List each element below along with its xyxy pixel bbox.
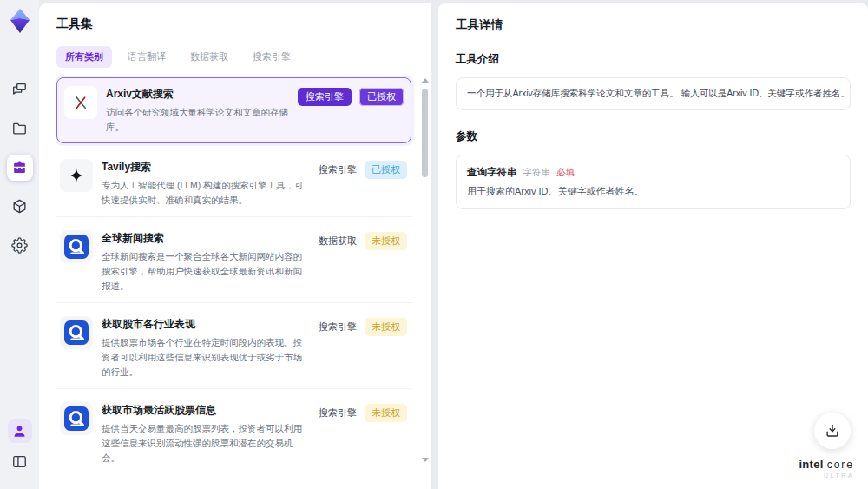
qsearch-icon <box>60 316 93 349</box>
brand-intel: intel <box>799 458 823 471</box>
toolbox-icon <box>11 159 28 175</box>
tool-name: 获取市场最活跃股票信息 <box>102 403 310 418</box>
tool-category-label: 数据获取 <box>319 232 357 250</box>
folder-icon <box>11 120 28 136</box>
brand-core: core <box>827 459 854 471</box>
sidebar-item-gear[interactable] <box>7 233 33 259</box>
tool-description: 访问各个研究领域大量科学论文和文章的存储库。 <box>106 105 289 135</box>
download-button[interactable] <box>814 413 851 449</box>
qsearch-icon <box>60 230 93 263</box>
param-type: 字符串 <box>523 167 551 179</box>
tool-name: 全球新闻搜索 <box>102 231 310 246</box>
tab-label: 搜索引擎 <box>253 51 291 62</box>
tool-description: 专为人工智能代理 (LLM) 构建的搜索引擎工具，可快速提供实时、准确和真实的结… <box>102 178 310 208</box>
param-item: 查询字符串 字符串 必填 用于搜索的Arxiv ID、关键字或作者姓名。 <box>467 166 839 198</box>
tool-name: 获取股市各行业表现 <box>102 317 310 332</box>
gem-logo-icon <box>6 7 34 35</box>
param-required-badge: 必填 <box>556 167 575 179</box>
tab-2[interactable]: 数据获取 <box>181 46 237 68</box>
brand-ultra: ULTRA <box>799 472 854 479</box>
panel-toggle-icon <box>11 453 28 470</box>
params-heading: 参数 <box>456 129 851 144</box>
rail-bottom <box>7 416 33 489</box>
param-name: 查询字符串 <box>467 166 517 179</box>
qsearch-icon <box>60 402 93 435</box>
tool-description: 提供当天交易量最高的股票列表，投资者可以利用这些信息来识别流动性强的股票和潜在的… <box>102 421 310 466</box>
sidebar-item-cube[interactable] <box>7 194 33 220</box>
left-rail <box>0 0 39 489</box>
tool-detail-panel: 工具详情 工具介绍 一个用于从Arxiv存储库搜索科学论文和文章的工具。 输入可… <box>438 3 868 489</box>
rail-nav <box>7 69 33 265</box>
tab-3[interactable]: 搜索引擎 <box>244 46 299 68</box>
details-title: 工具详情 <box>456 17 851 33</box>
sidebar-item-chat[interactable] <box>7 76 33 102</box>
intro-heading: 工具介绍 <box>456 52 851 67</box>
tool-status-badge: 已授权 <box>365 161 407 179</box>
download-icon <box>824 422 841 439</box>
tab-0[interactable]: 所有类别 <box>56 46 112 68</box>
tab-label: 语言翻译 <box>128 51 166 62</box>
sidebar-item-panel-toggle[interactable] <box>7 448 33 474</box>
tool-intro-text: 一个用于从Arxiv存储库搜索科学论文和文章的工具。 输入可以是Arxiv ID… <box>456 77 851 110</box>
page-title: 工具集 <box>56 17 431 32</box>
params-box: 查询字符串 字符串 必填 用于搜索的Arxiv ID、关键字或作者姓名。 <box>456 155 851 209</box>
tool-category-label: 搜索引擎 <box>319 161 357 179</box>
sidebar-item-user[interactable] <box>8 419 32 443</box>
gear-icon <box>11 237 28 254</box>
tool-category-label: 搜索引擎 <box>319 404 357 422</box>
tool-list-panel: 工具集 所有类别 语言翻译 数据获取 搜索引擎 Arxiv文献搜索 访问各个研究… <box>39 3 431 489</box>
tool-status-badge: 已授权 <box>359 88 404 106</box>
tool-card[interactable]: 获取股市各行业表现 提供股票市场各个行业在特定时间段内的表现。投资者可以利用这些… <box>56 307 412 389</box>
chat-icon <box>11 81 28 97</box>
tool-status-badge: 未授权 <box>365 232 407 250</box>
scroll-up-arrow-icon[interactable] <box>422 78 429 83</box>
sidebar-item-toolbox[interactable] <box>7 155 33 181</box>
sidebar-item-folder[interactable] <box>7 116 33 142</box>
tool-card[interactable]: Arxiv文献搜索 访问各个研究领域大量科学论文和文章的存储库。 搜索引擎 已授… <box>56 77 411 143</box>
tool-card[interactable]: Tavily搜索 专为人工智能代理 (LLM) 构建的搜索引擎工具，可快速提供实… <box>56 150 412 217</box>
tavily-icon <box>60 159 93 192</box>
arxiv-icon <box>64 86 97 119</box>
app-logo[interactable] <box>6 7 34 35</box>
tab-1[interactable]: 语言翻译 <box>119 46 174 68</box>
tool-name: Tavily搜索 <box>102 160 310 175</box>
tool-card[interactable]: 全球新闻搜索 全球新闻搜索是一个聚合全球各大新闻网站内容的搜索引擎，帮助用户快速… <box>56 221 412 303</box>
tool-status-badge: 未授权 <box>365 404 407 422</box>
tool-description: 全球新闻搜索是一个聚合全球各大新闻网站内容的搜索引擎，帮助用户快速获取全球最新资… <box>102 249 310 294</box>
tool-status-badge: 未授权 <box>365 318 407 336</box>
tab-label: 数据获取 <box>190 51 228 62</box>
user-icon <box>11 423 28 439</box>
category-tabs: 所有类别 语言翻译 数据获取 搜索引擎 <box>56 46 431 68</box>
tool-card[interactable]: 获取市场最活跃股票信息 提供当天交易量最高的股票列表，投资者可以利用这些信息来识… <box>56 393 412 467</box>
tool-name: Arxiv文献搜索 <box>106 87 289 102</box>
scrollbar[interactable] <box>421 78 430 462</box>
param-description: 用于搜索的Arxiv ID、关键字或作者姓名。 <box>467 185 839 198</box>
scrollbar-thumb[interactable] <box>422 89 428 177</box>
tab-label: 所有类别 <box>65 51 103 62</box>
tool-category-label: 搜索引擎 <box>298 88 352 106</box>
tool-description: 提供股票市场各个行业在特定时间段内的表现。投资者可以利用这些信息来识别表现优于或… <box>102 335 310 380</box>
intel-core-logo: intel core ULTRA <box>799 458 854 479</box>
scroll-down-arrow-icon[interactable] <box>422 458 429 462</box>
tool-list: Arxiv文献搜索 访问各个研究领域大量科学论文和文章的存储库。 搜索引擎 已授… <box>56 76 431 467</box>
cube-icon <box>11 198 28 215</box>
tool-category-label: 搜索引擎 <box>319 318 357 336</box>
